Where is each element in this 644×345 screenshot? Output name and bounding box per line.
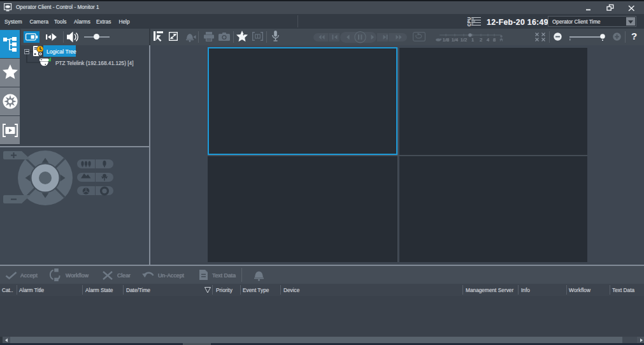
svg-text:8: 8 xyxy=(493,37,496,43)
svg-text:1/2: 1/2 xyxy=(461,37,467,43)
svg-text:2: 2 xyxy=(480,37,482,43)
svg-text:1/4: 1/4 xyxy=(452,37,458,43)
svg-text:1/8: 1/8 xyxy=(443,37,449,43)
svg-text:4: 4 xyxy=(487,37,489,43)
svg-text:CPU: CPU xyxy=(467,17,471,27)
svg-text:1: 1 xyxy=(471,37,474,43)
